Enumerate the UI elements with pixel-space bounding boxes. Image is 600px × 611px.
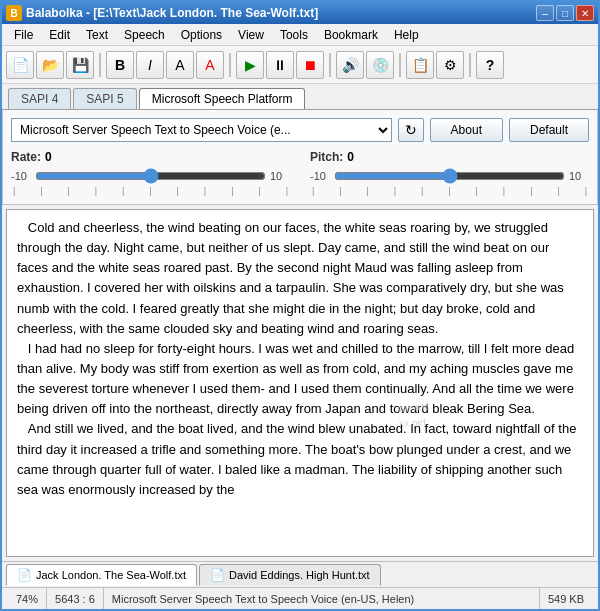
separator-4	[399, 53, 401, 77]
menu-text[interactable]: Text	[78, 26, 116, 44]
about-button[interactable]: About	[430, 118, 503, 142]
play-button[interactable]: ▶	[236, 51, 264, 79]
pause-button[interactable]: ⏸	[266, 51, 294, 79]
text-content-area[interactable]: Cold and cheerless, the wind beating on …	[6, 209, 594, 557]
speech-tabs: SAPI 4 SAPI 5 Microsoft Speech Platform	[2, 84, 598, 110]
toolbar: 📄 📂 💾 B I A A ▶ ⏸ ⏹ 🔊 💿 📋 ⚙ ?	[2, 46, 598, 84]
menu-edit[interactable]: Edit	[41, 26, 78, 44]
menu-options[interactable]: Options	[173, 26, 230, 44]
app-icon: B	[6, 5, 22, 21]
menu-bar: File Edit Text Speech Options View Tools…	[2, 24, 598, 46]
pitch-ticks: ||||| ||||||	[310, 186, 589, 196]
title-bar: B Balabolka - [E:\Text\Jack London. The …	[2, 2, 598, 24]
rate-label: Rate:	[11, 150, 41, 164]
menu-help[interactable]: Help	[386, 26, 427, 44]
italic-button[interactable]: I	[136, 51, 164, 79]
window-title: Balabolka - [E:\Text\Jack London. The Se…	[26, 6, 536, 20]
voice-status: Microsoft Server Speech Text to Speech V…	[104, 588, 540, 609]
menu-tools[interactable]: Tools	[272, 26, 316, 44]
pitch-slider[interactable]	[334, 166, 565, 186]
content-text: Cold and cheerless, the wind beating on …	[17, 218, 583, 500]
settings-panel: Microsoft Server Speech Text to Speech V…	[2, 110, 598, 205]
new-file-button[interactable]: 📄	[6, 51, 34, 79]
refresh-voices-button[interactable]: ↻	[398, 118, 424, 142]
tab-sapi4[interactable]: SAPI 4	[8, 88, 71, 109]
status-bar: 74% 5643 : 6 Microsoft Server Speech Tex…	[2, 587, 598, 609]
rate-value: 0	[45, 150, 52, 164]
font-button[interactable]: A	[166, 51, 194, 79]
rate-slider-group: Rate: 0 -10 10 ||||| ||||||	[11, 150, 290, 196]
save-file-button[interactable]: 💾	[66, 51, 94, 79]
color-button[interactable]: A	[196, 51, 224, 79]
document-tab-high-hunt-label: David Eddings. High Hunt.txt	[229, 569, 370, 581]
document-tab-sea-wolf-icon: 📄	[17, 568, 32, 582]
rate-ticks: ||||| ||||||	[11, 186, 290, 196]
convert-button[interactable]: 🔊	[336, 51, 364, 79]
pitch-slider-group: Pitch: 0 -10 10 ||||| ||||||	[310, 150, 589, 196]
tab-microsoft-speech-platform[interactable]: Microsoft Speech Platform	[139, 88, 306, 109]
settings-button[interactable]: ⚙	[436, 51, 464, 79]
bold-button[interactable]: B	[106, 51, 134, 79]
open-file-button[interactable]: 📂	[36, 51, 64, 79]
voice-select[interactable]: Microsoft Server Speech Text to Speech V…	[11, 118, 392, 142]
menu-bookmark[interactable]: Bookmark	[316, 26, 386, 44]
rate-slider[interactable]	[35, 166, 266, 186]
pitch-label: Pitch:	[310, 150, 343, 164]
menu-view[interactable]: View	[230, 26, 272, 44]
window-controls: – □ ✕	[536, 5, 594, 21]
pitch-max: 10	[569, 170, 589, 182]
separator-2	[229, 53, 231, 77]
restore-button[interactable]: □	[556, 5, 574, 21]
separator-5	[469, 53, 471, 77]
sliders-row: Rate: 0 -10 10 ||||| |||||| Pitch: 0	[11, 150, 589, 196]
position-status: 5643 : 6	[47, 588, 104, 609]
pitch-min: -10	[310, 170, 330, 182]
zoom-status: 74%	[8, 588, 47, 609]
minimize-button[interactable]: –	[536, 5, 554, 21]
main-window: B Balabolka - [E:\Text\Jack London. The …	[0, 0, 600, 611]
separator-3	[329, 53, 331, 77]
menu-file[interactable]: File	[6, 26, 41, 44]
document-tab-high-hunt-icon: 📄	[210, 568, 225, 582]
document-tab-sea-wolf-label: Jack London. The Sea-Wolf.txt	[36, 569, 186, 581]
stop-button[interactable]: ⏹	[296, 51, 324, 79]
pitch-value: 0	[347, 150, 354, 164]
help-button[interactable]: ?	[476, 51, 504, 79]
filesize-status: 549 KB	[540, 588, 592, 609]
clipboard-button[interactable]: 📋	[406, 51, 434, 79]
tab-sapi5[interactable]: SAPI 5	[73, 88, 136, 109]
document-tabs: 📄 Jack London. The Sea-Wolf.txt 📄 David …	[2, 561, 598, 587]
menu-speech[interactable]: Speech	[116, 26, 173, 44]
rate-max: 10	[270, 170, 290, 182]
convert2-button[interactable]: 💿	[366, 51, 394, 79]
document-tab-high-hunt[interactable]: 📄 David Eddings. High Hunt.txt	[199, 564, 381, 586]
rate-min: -10	[11, 170, 31, 182]
close-button[interactable]: ✕	[576, 5, 594, 21]
document-tab-sea-wolf[interactable]: 📄 Jack London. The Sea-Wolf.txt	[6, 564, 197, 586]
default-button[interactable]: Default	[509, 118, 589, 142]
voice-row: Microsoft Server Speech Text to Speech V…	[11, 118, 589, 142]
separator-1	[99, 53, 101, 77]
